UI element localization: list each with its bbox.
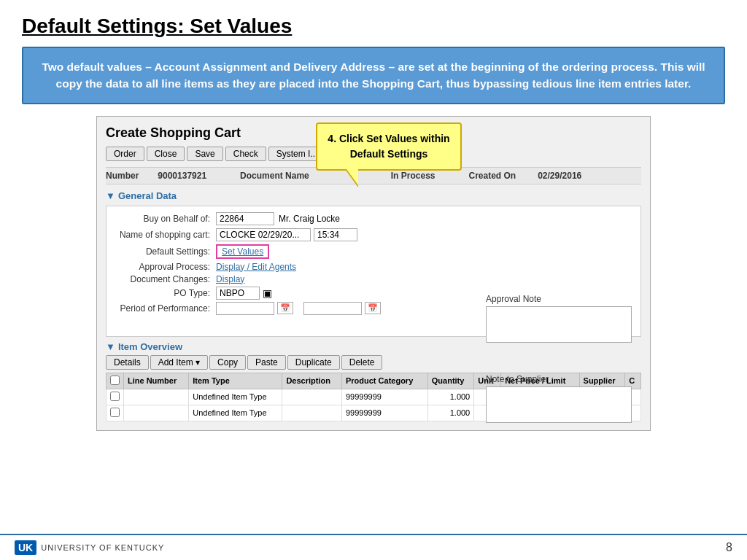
set-values-link[interactable]: Set Values <box>222 246 263 257</box>
number-value: 9000137921 <box>158 171 206 181</box>
default-settings-link-box[interactable]: Set Values <box>216 244 269 259</box>
row-line-number <box>124 405 189 421</box>
university-text: University of Kentucky <box>41 543 164 552</box>
col-quantity: Quantity <box>427 373 473 389</box>
col-checkbox <box>107 373 124 389</box>
row-checkbox[interactable] <box>107 389 124 405</box>
period-label: Period of Performance: <box>114 303 216 314</box>
col-description: Description <box>282 373 342 389</box>
doc-changes-label: Document Changes: <box>114 274 216 284</box>
shopping-cart-name-label: Name of shopping cart: <box>114 230 216 240</box>
uk-logo: UK University of Kentucky <box>15 540 164 555</box>
default-settings-label: Default Settings: <box>114 246 216 257</box>
close-button[interactable]: Close <box>147 147 185 161</box>
approval-process-label: Approval Process: <box>114 262 216 272</box>
shopping-cart-time-input[interactable] <box>314 228 357 241</box>
period-to-input[interactable] <box>303 302 362 315</box>
shopping-cart-name-row: Name of shopping cart: <box>114 228 633 241</box>
note-supplier-area: Note to Supplier <box>486 374 632 423</box>
po-type-label: PO Type: <box>114 288 216 298</box>
approval-note-area: Approval Note <box>486 294 632 343</box>
buy-on-behalf-name: Mr. Craig Locke <box>279 214 340 224</box>
page-title: Default Settings: Set Values <box>22 15 725 38</box>
default-settings-row: Default Settings: Set Values <box>114 244 633 259</box>
item-overview-header: ▼ Item Overview <box>106 341 641 352</box>
row-description <box>282 405 342 421</box>
general-data-header: ▼ General Data <box>106 190 641 201</box>
item-toolbar: Details Add Item ▾ Copy Paste Duplicate … <box>106 355 641 370</box>
row-line-number <box>124 389 189 405</box>
row-product-category: 99999999 <box>341 405 427 421</box>
row-quantity: 1.000 <box>427 389 473 405</box>
add-item-button[interactable]: Add Item ▾ <box>150 355 208 370</box>
order-button[interactable]: Order <box>106 147 144 161</box>
uk-label: UK <box>18 542 33 553</box>
shopping-cart-name-input[interactable] <box>216 228 311 241</box>
callout-bubble: 4. Click Set Values within Default Setti… <box>316 122 462 171</box>
row-item-type: Undefined Item Type <box>189 389 282 405</box>
select-all-checkbox[interactable] <box>110 376 120 385</box>
slide: Default Settings: Set Values Two default… <box>0 0 747 560</box>
buy-on-behalf-input[interactable] <box>216 212 274 225</box>
shopping-cart-panel: 4. Click Set Values within Default Setti… <box>96 116 651 431</box>
col-line-number: Line Number <box>124 373 189 389</box>
row-checkbox[interactable] <box>107 405 124 421</box>
number-label: Number <box>106 171 139 181</box>
delete-button[interactable]: Delete <box>341 355 383 370</box>
buy-on-behalf-row: Buy on Behalf of: Mr. Craig Locke <box>114 212 633 225</box>
info-text: Two default values – Account Assignment … <box>38 58 709 93</box>
triangle-icon-2: ▼ <box>106 341 115 352</box>
details-button[interactable]: Details <box>106 355 149 370</box>
approval-process-link[interactable]: Display / Edit Agents <box>216 262 296 272</box>
general-data-form: Approval Note Note to Supplier Buy on Be… <box>106 206 641 337</box>
doc-name-label: Document Name <box>240 171 309 181</box>
buy-on-behalf-label: Buy on Behalf of: <box>114 214 216 224</box>
created-label: Created On <box>468 171 516 181</box>
info-box: Two default values – Account Assignment … <box>22 47 725 104</box>
created-value: 02/29/2016 <box>538 171 581 181</box>
row-item-type: Undefined Item Type <box>189 405 282 421</box>
calendar-icon-1[interactable]: 📅 <box>277 302 293 314</box>
row-product-category: 99999999 <box>341 389 427 405</box>
status-label: In Process <box>391 171 436 181</box>
col-item-type: Item Type <box>189 373 282 389</box>
uk-box: UK <box>15 540 36 555</box>
approval-note-label: Approval Note <box>486 294 632 304</box>
calendar-icon-2[interactable]: 📅 <box>365 302 381 314</box>
check-button[interactable]: Check <box>225 147 266 161</box>
callout-text: 4. Click Set Values within Default Setti… <box>328 133 449 160</box>
save-button[interactable]: Save <box>187 147 222 161</box>
approval-process-row: Approval Process: Display / Edit Agents <box>114 262 633 272</box>
po-type-icon[interactable]: ▣ <box>263 287 272 299</box>
copy-button[interactable]: Copy <box>209 355 246 370</box>
slide-number: 8 <box>726 541 732 554</box>
note-supplier-input[interactable] <box>486 386 632 423</box>
po-type-input[interactable] <box>216 287 260 300</box>
paste-button[interactable]: Paste <box>247 355 286 370</box>
approval-note-input[interactable] <box>486 306 632 343</box>
triangle-icon: ▼ <box>106 190 115 201</box>
col-product-category: Product Category <box>341 373 427 389</box>
doc-changes-row: Document Changes: Display <box>114 274 633 284</box>
doc-changes-link[interactable]: Display <box>216 274 244 284</box>
row-quantity: 1.000 <box>427 405 473 421</box>
duplicate-button[interactable]: Duplicate <box>287 355 340 370</box>
footer-bar: UK University of Kentucky 8 <box>0 534 747 560</box>
period-from-input[interactable] <box>216 302 274 315</box>
row-description <box>282 389 342 405</box>
note-supplier-label: Note to Supplier <box>486 374 632 384</box>
